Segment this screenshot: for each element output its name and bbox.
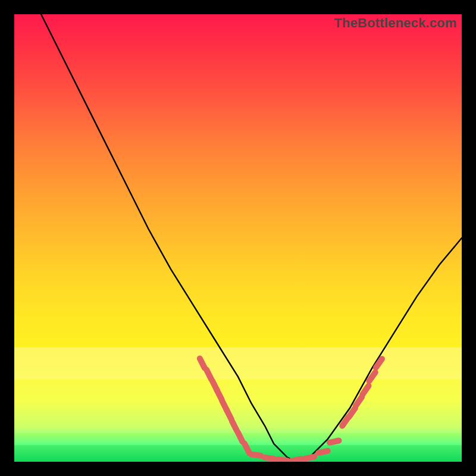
svg-line-7 [238, 433, 243, 442]
svg-line-0 [200, 359, 205, 368]
svg-line-19 [305, 457, 315, 459]
svg-line-21 [330, 441, 339, 443]
bottleneck-curve [41, 14, 462, 462]
svg-line-10 [349, 408, 355, 417]
svg-line-8 [245, 443, 249, 453]
chart-frame: TheBottleneck.com [14, 14, 462, 462]
svg-line-11 [356, 397, 362, 406]
svg-line-3 [217, 390, 221, 399]
svg-line-20 [318, 451, 328, 453]
highlight-dashes [200, 359, 382, 461]
svg-line-17 [278, 459, 287, 461]
svg-line-12 [362, 386, 368, 394]
watermark-text: TheBottleneck.com [334, 15, 457, 31]
svg-line-18 [292, 459, 301, 461]
plot-svg [14, 14, 462, 462]
svg-line-1 [206, 369, 211, 379]
svg-line-5 [227, 410, 231, 419]
svg-line-15 [251, 455, 261, 456]
svg-line-13 [369, 372, 375, 381]
svg-line-16 [265, 458, 274, 459]
svg-line-6 [232, 421, 237, 431]
